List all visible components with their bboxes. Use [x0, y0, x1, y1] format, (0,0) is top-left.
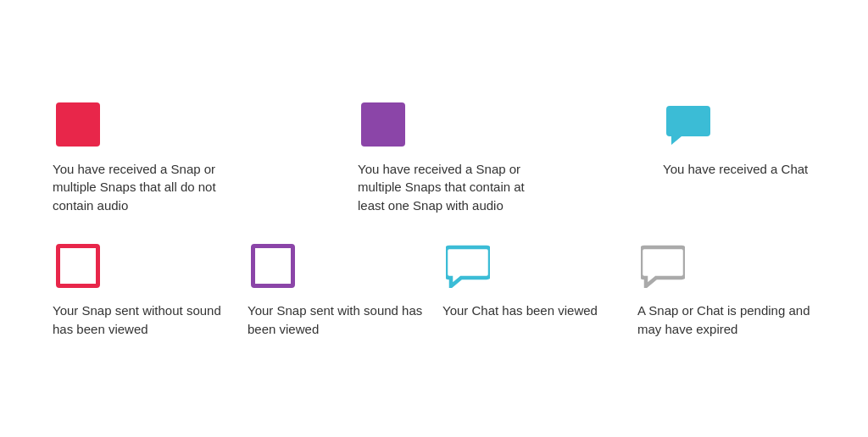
- blue-filled-chat-icon: [666, 102, 710, 147]
- item-red-outline-snap: Your Snap sent without sound has been vi…: [44, 241, 239, 339]
- item-label: Your Chat has been viewed: [442, 301, 598, 320]
- red-filled-square-icon: [56, 102, 100, 147]
- row-1: You have received a Snap or multiple Sna…: [44, 99, 824, 215]
- icon-area: [53, 99, 103, 150]
- item-blue-outline-chat: Your Chat has been viewed: [434, 241, 629, 320]
- row-2: Your Snap sent without sound has been vi…: [44, 241, 824, 339]
- item-label: Your Snap sent with sound has been viewe…: [248, 301, 426, 339]
- item-label: You have received a Snap or multiple Sna…: [53, 160, 239, 215]
- icon-area: [442, 241, 493, 291]
- icon-area: [358, 99, 409, 150]
- icon-area: [53, 241, 103, 291]
- item-label: You have received a Chat: [663, 160, 808, 179]
- gray-outline-chat-icon: [641, 244, 685, 288]
- item-label: Your Snap sent without sound has been vi…: [53, 301, 231, 339]
- item-purple-outline-snap: Your Snap sent with sound has been viewe…: [239, 241, 434, 339]
- item-label: You have received a Snap or multiple Sna…: [358, 160, 544, 215]
- icon-area: [637, 241, 688, 291]
- main-grid: You have received a Snap or multiple Sna…: [19, 82, 849, 356]
- purple-outline-square-icon: [251, 244, 295, 288]
- item-blue-filled-chat: You have received a Chat: [654, 99, 824, 179]
- item-purple-filled-snap: You have received a Snap or multiple Sna…: [349, 99, 654, 215]
- red-outline-square-icon: [56, 244, 100, 288]
- item-label: A Snap or Chat is pending and may have e…: [637, 301, 815, 339]
- item-gray-outline-chat: A Snap or Chat is pending and may have e…: [629, 241, 824, 339]
- item-red-filled-snap: You have received a Snap or multiple Sna…: [44, 99, 349, 215]
- purple-filled-square-icon: [361, 102, 405, 147]
- icon-area: [248, 241, 298, 291]
- blue-outline-chat-icon: [446, 244, 490, 288]
- icon-area: [663, 99, 714, 150]
